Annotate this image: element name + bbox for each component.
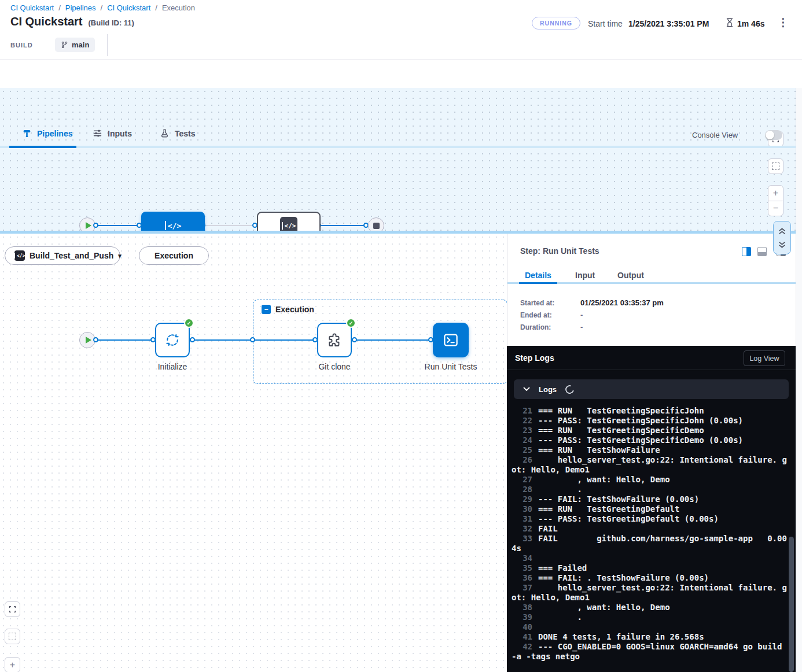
tab-input[interactable]: Input [575, 271, 595, 280]
logs-section-toggle[interactable]: Logs [514, 379, 789, 399]
page-title: CI Quickstart [10, 15, 82, 28]
step-label: Git clone [306, 362, 363, 371]
step-node-git-clone[interactable] [317, 323, 352, 357]
step-label: Run Unit Tests [412, 362, 490, 371]
log-line: 32FAIL [512, 524, 788, 534]
zoom-in-button[interactable]: + [5, 657, 20, 672]
log-line: 42--- CGO_ENABLED=0 GOOS=linux GOARCH=am… [512, 642, 788, 662]
header-divider [107, 34, 108, 56]
split-collapse-control[interactable] [773, 221, 791, 254]
step-node-initialize[interactable] [155, 323, 190, 357]
tab-tests[interactable]: Tests [160, 128, 196, 138]
log-line: 23=== RUN TestGreetingSpecificDemo [512, 426, 788, 435]
double-chevron-up-icon[interactable] [778, 227, 786, 235]
log-line: 22--- PASS: TestGreetingSpecificJohn (0.… [512, 416, 788, 426]
step-logs-header: Step Logs Log View [507, 346, 796, 370]
duration-label: Duration: [520, 323, 551, 331]
log-line: 27 , want: Hello, Demo [512, 475, 788, 485]
log-line: 39 . [512, 612, 788, 622]
edge-connector-dot [250, 337, 255, 342]
branch-tag[interactable]: main [55, 38, 95, 52]
ci-stage-icon: </> [280, 217, 297, 231]
log-scrollbar-thumb[interactable] [789, 537, 794, 672]
ci-stage-icon: </> [165, 221, 181, 230]
console-view-toggle[interactable] [765, 130, 782, 140]
edge-connector-dot [93, 223, 98, 228]
terminal-icon [442, 331, 459, 349]
log-line: 24--- PASS: TestGreetingSpecificDemo (0.… [512, 435, 788, 445]
log-view-button[interactable]: Log View [744, 350, 785, 366]
log-line: 25=== RUN TestShowFailure [512, 445, 788, 455]
started-at-value: 01/25/2021 03:35:37 pm [580, 298, 664, 307]
started-at-label: Started at: [520, 299, 554, 307]
collapse-group-icon[interactable]: − [262, 305, 271, 314]
marquee-icon [9, 633, 16, 640]
execution-view-label: Execution [154, 251, 193, 260]
tab-output[interactable]: Output [617, 271, 644, 280]
ci-stage-icon: </> [14, 250, 25, 261]
tab-pipelines-label: Pipelines [37, 129, 72, 138]
log-line: 34 [512, 553, 788, 563]
step-logs-title: Step Logs [515, 353, 554, 363]
stage-canvas[interactable]: </> Build_Test_and_Push ▾ Execution − Ex… [0, 234, 507, 672]
tab-tests-label: Tests [175, 129, 196, 138]
layout-bottom-icon[interactable] [757, 247, 767, 256]
log-lines[interactable]: 21=== RUN TestGreetingSpecificJohn 22---… [512, 406, 788, 662]
tests-flask-icon [160, 128, 170, 138]
git-branch-icon [61, 41, 68, 49]
page-scrollbar-track[interactable] [796, 88, 802, 672]
canvas-fullscreen-button[interactable] [5, 601, 20, 617]
tab-details[interactable]: Details [525, 271, 551, 280]
canvas-fit-button[interactable] [5, 629, 20, 644]
zoom-in-button[interactable]: + [768, 186, 783, 201]
log-line: 26 hello_server_test.go:22: Intentional … [512, 455, 788, 475]
ended-at-value: - [580, 311, 583, 319]
execution-view-button[interactable]: Execution [139, 246, 209, 265]
stage-node-build-test-and-push[interactable]: </> [141, 212, 205, 231]
zoom-out-button[interactable]: − [768, 201, 783, 216]
execution-step-group: − Execution [253, 300, 507, 384]
tab-pipelines[interactable]: Pipelines [22, 128, 72, 138]
plugin-puzzle-icon [326, 331, 343, 349]
tabbar-active-underline [9, 146, 76, 148]
step-node-run-unit-tests[interactable] [433, 323, 469, 357]
edge-connector-dot [190, 337, 195, 342]
more-options-icon[interactable]: ⋮ [778, 16, 789, 29]
panel-tab-active-underline [519, 282, 557, 284]
build-section-label: BUILD [10, 42, 33, 49]
chevron-down-icon: ▾ [118, 252, 122, 260]
breadcrumb-separator: / [155, 3, 157, 12]
execution-group-label: Execution [275, 305, 314, 314]
pipeline-end-node [368, 217, 384, 231]
edge-connector-dot [352, 337, 357, 342]
play-icon [86, 222, 91, 229]
double-chevron-down-icon[interactable] [778, 241, 786, 249]
log-line: 40 [512, 622, 788, 632]
harness-execution-page: CI Quickstart / Pipelines / CI Quickstar… [0, 0, 802, 672]
log-line: 38 , want: Hello, Demo [512, 603, 788, 612]
pipelines-icon [22, 128, 32, 138]
stage-selector-dropdown[interactable]: </> Build_Test_and_Push ▾ [5, 246, 120, 265]
breadcrumb-separator: / [58, 3, 61, 12]
play-icon [86, 337, 91, 344]
toggle-knob [766, 131, 774, 139]
pipeline-canvas[interactable]: </> </> Build_Test_and_Pus Run_Integrati… [0, 88, 802, 231]
branch-name: main [72, 40, 89, 49]
edge-connector-dot [93, 337, 98, 342]
breadcrumb-pipelines[interactable]: Pipelines [65, 3, 96, 12]
console-view-label: Console View [692, 131, 738, 139]
layout-split-right-icon[interactable] [742, 247, 751, 256]
stage-node-run-integration-tests[interactable]: </> [257, 212, 321, 231]
sync-icon [164, 332, 181, 348]
step-panel-title: Step: Run Unit Tests [520, 246, 599, 256]
elapsed-time: 1m 46s [737, 19, 764, 28]
status-badge: RUNNING [532, 17, 580, 29]
log-line: 31--- PASS: TestGreetingDefault (0.00s) [512, 514, 788, 524]
tab-inputs[interactable]: Inputs [93, 128, 132, 138]
log-line: 36=== FAIL: . TestShowFailure (0.00s) [512, 573, 788, 583]
canvas-fit-button[interactable] [768, 158, 783, 174]
breadcrumb-ci-quickstart[interactable]: CI Quickstart [10, 3, 54, 12]
ended-at-label: Ended at: [520, 311, 552, 319]
breadcrumb-pipeline-name[interactable]: CI Quickstart [107, 3, 150, 12]
log-line: 41DONE 4 tests, 1 failure in 26.568s [512, 632, 788, 642]
